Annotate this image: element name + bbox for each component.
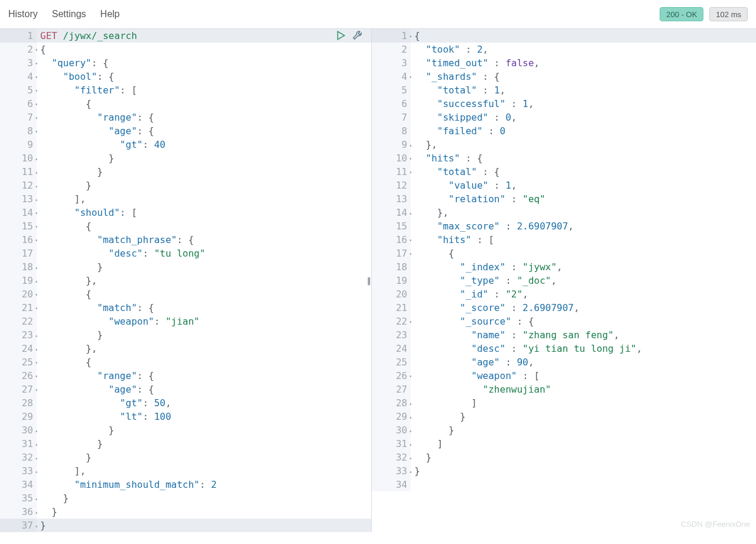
code-line[interactable]: 3 "timed_out" : false, [372, 56, 756, 70]
fold-toggle-icon[interactable]: ▾ [409, 233, 412, 247]
fold-toggle-icon[interactable]: ▾ [35, 43, 38, 56]
code-line[interactable]: 6 "successful" : 1, [372, 97, 756, 111]
code-content[interactable]: "_shards" : { [411, 70, 756, 83]
code-line[interactable]: 20 "_id" : "2", [372, 287, 756, 301]
code-content[interactable]: "filter": [ [37, 83, 371, 97]
code-content[interactable]: } [411, 410, 756, 423]
code-line[interactable]: 26▾ "weapon" : [ [372, 369, 756, 383]
code-line[interactable]: 35▴ } [0, 491, 371, 505]
code-content[interactable]: "_id" : "2", [411, 287, 756, 301]
code-line[interactable]: 16▾ "hits" : [ [372, 233, 756, 247]
code-line[interactable]: 1▾{ [372, 29, 756, 43]
code-content[interactable]: { [37, 355, 371, 369]
fold-toggle-icon[interactable]: ▴ [409, 451, 412, 464]
code-content[interactable]: { [37, 287, 371, 301]
code-line[interactable]: 34 "minimum_should_match": 2 [0, 478, 371, 491]
code-content[interactable]: ] [411, 396, 756, 410]
code-line[interactable]: 4▾ "_shards" : { [372, 70, 756, 83]
code-content[interactable]: } [411, 451, 756, 464]
fold-toggle-icon[interactable]: ▴ [409, 410, 412, 423]
code-content[interactable]: "match": { [37, 301, 371, 315]
fold-toggle-icon[interactable]: ▾ [35, 56, 38, 70]
code-line[interactable]: 18 "_index" : "jywx", [372, 260, 756, 274]
code-content[interactable]: "failed" : 0 [411, 124, 756, 138]
code-line[interactable]: 15▾ { [0, 219, 371, 233]
code-content[interactable]: { [37, 97, 371, 111]
code-content[interactable]: "weapon": "jian" [37, 315, 371, 328]
fold-toggle-icon[interactable]: ▴ [35, 274, 38, 287]
fold-toggle-icon[interactable]: ▾ [409, 315, 412, 328]
run-icon[interactable] [336, 30, 346, 41]
code-content[interactable]: { [37, 43, 371, 56]
code-content[interactable]: "_type" : "_doc", [411, 274, 756, 287]
fold-toggle-icon[interactable]: ▴ [409, 437, 412, 451]
code-content[interactable]: }, [411, 138, 756, 151]
code-line[interactable]: 23▴ } [0, 328, 371, 342]
code-line[interactable]: 23 "name" : "zhang san feng", [372, 328, 756, 342]
code-line[interactable]: 37▴} [0, 519, 371, 532]
code-line[interactable]: 4▾ "bool": { [0, 70, 371, 83]
code-content[interactable]: } [37, 179, 371, 192]
code-content[interactable]: }, [37, 342, 371, 355]
code-content[interactable]: } [37, 328, 371, 342]
request-editor[interactable]: 1GET /jywx/_search2▾{3▾ "query": {4▾ "bo… [0, 29, 371, 532]
code-content[interactable]: "age": { [37, 383, 371, 396]
code-content[interactable]: } [411, 464, 756, 478]
code-content[interactable]: "match_phrase": { [37, 233, 371, 247]
response-editor[interactable]: 1▾{2 "took" : 2,3 "timed_out" : false,4▾… [372, 29, 756, 491]
code-content[interactable]: "query": { [37, 56, 371, 70]
fold-toggle-icon[interactable]: ▾ [35, 206, 38, 219]
code-line[interactable]: 24 "desc" : "yi tian tu long ji", [372, 342, 756, 355]
code-content[interactable]: "hits" : [ [411, 233, 756, 247]
code-content[interactable]: } [37, 151, 371, 165]
fold-toggle-icon[interactable]: ▾ [409, 165, 412, 179]
code-content[interactable]: "successful" : 1, [411, 97, 756, 111]
menu-settings[interactable]: Settings [52, 9, 86, 20]
code-line[interactable]: 21▾ "match": { [0, 301, 371, 315]
code-content[interactable]: "desc": "tu long" [37, 247, 371, 260]
code-line[interactable]: 8 "failed" : 0 [372, 124, 756, 138]
fold-toggle-icon[interactable]: ▾ [35, 355, 38, 369]
code-line[interactable]: 30▴ } [0, 423, 371, 437]
fold-toggle-icon[interactable]: ▾ [35, 70, 38, 83]
code-line[interactable]: 11▾ "total" : { [372, 165, 756, 179]
fold-toggle-icon[interactable]: ▾ [35, 383, 38, 396]
code-content[interactable]: "max_score" : 2.6907907, [411, 219, 756, 233]
code-line[interactable]: 27 "zhenwujian" [372, 383, 756, 396]
code-content[interactable]: }, [37, 274, 371, 287]
code-line[interactable]: 10▾ "hits" : { [372, 151, 756, 165]
code-content[interactable]: "total" : { [411, 165, 756, 179]
code-line[interactable]: 33▴ ], [0, 464, 371, 478]
code-content[interactable]: "value" : 1, [411, 179, 756, 192]
code-content[interactable]: "desc" : "yi tian tu long ji", [411, 342, 756, 355]
code-line[interactable]: 17▾ { [372, 247, 756, 260]
code-content[interactable]: GET /jywx/_search [37, 29, 371, 43]
fold-toggle-icon[interactable]: ▴ [35, 151, 38, 165]
code-content[interactable]: "hits" : { [411, 151, 756, 165]
code-line[interactable]: 28▴ ] [372, 396, 756, 410]
code-content[interactable]: } [37, 519, 371, 532]
code-content[interactable]: } [37, 505, 371, 519]
code-content[interactable]: "name" : "zhang san feng", [411, 328, 756, 342]
code-content[interactable]: { [411, 29, 756, 43]
code-content[interactable]: "relation" : "eq" [411, 192, 756, 206]
code-line[interactable]: 9▴ }, [372, 138, 756, 151]
code-line[interactable]: 19 "_type" : "_doc", [372, 274, 756, 287]
fold-toggle-icon[interactable]: ▴ [409, 138, 412, 151]
code-content[interactable]: "gt": 50, [37, 396, 371, 410]
code-line[interactable]: 5▾ "filter": [ [0, 83, 371, 97]
fold-toggle-icon[interactable]: ▴ [35, 423, 38, 437]
fold-toggle-icon[interactable]: ▾ [409, 29, 412, 43]
fold-toggle-icon[interactable]: ▴ [35, 519, 38, 532]
code-content[interactable]: "range": { [37, 369, 371, 383]
code-content[interactable]: } [37, 260, 371, 274]
code-line[interactable]: 1GET /jywx/_search [0, 29, 371, 43]
fold-toggle-icon[interactable]: ▴ [35, 179, 38, 192]
code-line[interactable]: 8▾ "age": { [0, 124, 371, 138]
fold-toggle-icon[interactable]: ▾ [35, 301, 38, 315]
code-line[interactable]: 31▴ } [0, 437, 371, 451]
code-line[interactable]: 12 "value" : 1, [372, 179, 756, 192]
code-line[interactable]: 33▴} [372, 464, 756, 478]
fold-toggle-icon[interactable]: ▴ [409, 464, 412, 478]
code-line[interactable]: 15 "max_score" : 2.6907907, [372, 219, 756, 233]
